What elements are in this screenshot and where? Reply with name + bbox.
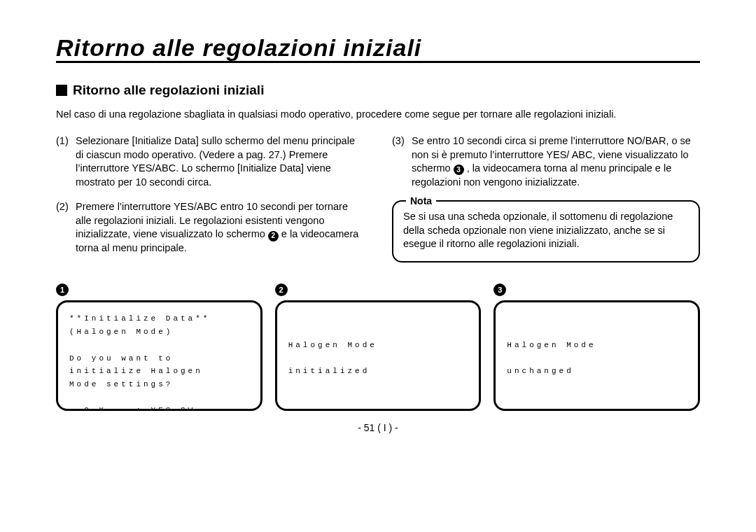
note-body: Se si usa una scheda opzionale, il sotto… <box>403 210 689 251</box>
screen-number-badge: 1 <box>56 284 69 296</box>
step-2: (2) Premere l’interruttore YES/ABC entro… <box>56 200 364 255</box>
lcd-screen-mock: **Initialize Data** (Halogen Mode) Do yo… <box>56 300 262 411</box>
intro-paragraph: Nel caso di una regolazione sbagliata in… <box>56 108 700 122</box>
screen-number-badge: 3 <box>493 284 506 296</box>
step-body: Selezionare [Initialize Data] sullo sche… <box>76 134 364 189</box>
manual-page: Ritorno alle regolazioni iniziali Ritorn… <box>0 0 756 532</box>
step-number: (1) <box>56 134 76 189</box>
reference-circle-icon: 2 <box>268 231 279 241</box>
two-column-body: (1) Selezionare [Initialize Data] sullo … <box>56 134 700 267</box>
lcd-screen-mock: Halogen Mode unchanged <box>493 300 700 411</box>
screen-example-3: 3 Halogen Mode unchanged <box>493 283 700 411</box>
square-bullet-icon <box>56 85 67 96</box>
page-number: - 51 ( I ) - <box>56 422 700 433</box>
screen-example-1: 1 **Initialize Data** (Halogen Mode) Do … <box>56 283 262 411</box>
left-column: (1) Selezionare [Initialize Data] sullo … <box>56 134 364 267</box>
section-title: Ritorno alle regolazioni iniziali <box>73 83 264 98</box>
step-number: (2) <box>56 200 76 255</box>
step-3: (3) Se entro 10 secondi circa si preme l… <box>392 134 700 189</box>
step-body: Premere l’interruttore YES/ABC entro 10 … <box>76 200 364 255</box>
screen-examples-row: 1 **Initialize Data** (Halogen Mode) Do … <box>56 283 700 411</box>
right-column: (3) Se entro 10 secondi circa si preme l… <box>392 134 700 267</box>
reference-circle-icon: 3 <box>454 164 464 175</box>
note-box: Nota Se si usa una scheda opzionale, il … <box>392 200 700 262</box>
step-1: (1) Selezionare [Initialize Data] sullo … <box>56 134 364 189</box>
page-title-wrap: Ritorno alle regolazioni iniziali <box>56 35 700 63</box>
section-heading: Ritorno alle regolazioni iniziali <box>56 83 700 98</box>
step-body: Se entro 10 secondi circa si preme l’int… <box>412 134 700 189</box>
lcd-screen-mock: Halogen Mode initialized <box>275 300 482 411</box>
screen-example-2: 2 Halogen Mode initialized <box>275 283 482 411</box>
step-number: (3) <box>392 134 412 189</box>
page-title: Ritorno alle regolazioni iniziali <box>56 35 700 61</box>
screen-number-badge: 2 <box>275 284 288 296</box>
note-label: Nota <box>406 195 436 208</box>
